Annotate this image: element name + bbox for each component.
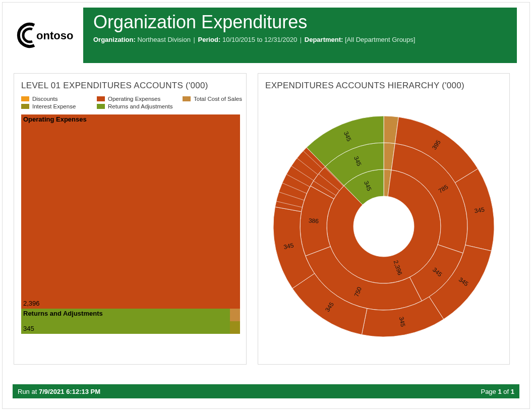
legend-item-ie: Interest Expense: [21, 103, 97, 109]
swatch-icon: [97, 96, 105, 101]
treemap-node-interest-expense[interactable]: [230, 321, 240, 334]
swatch-icon: [97, 104, 105, 109]
sunburst-label: 386: [308, 217, 319, 224]
meta-period-label: Period:: [198, 36, 221, 43]
meta-dept-label: Department:: [305, 36, 343, 43]
legend-item-ra: Returns and Adjustments: [97, 103, 183, 109]
panel-treemap: LEVEL 01 EXPENDITURES ACCOUNTS ('000) Di…: [14, 73, 247, 365]
treemap-node-value: 2,396: [23, 300, 40, 307]
footer-page-total: 1: [511, 388, 514, 395]
legend-label: Discounts: [32, 96, 58, 102]
legend-label: Returns and Adjustments: [108, 103, 173, 109]
title-block: Organization Expenditures Organization: …: [83, 8, 517, 63]
header-meta: Organization: Northeast Division | Perio…: [93, 36, 507, 43]
swatch-icon: [183, 96, 191, 101]
sunburst-chart[interactable]: 2,39634578534575038634539534534534534534…: [268, 105, 500, 347]
sunburst-wrap: 2,39634578534575038634539534534534534534…: [265, 96, 502, 357]
footer-page-cur: 1: [498, 388, 501, 395]
treemap-legend: Discounts Operating Expenses Total Cost …: [21, 96, 239, 109]
report-header: ontoso Organization Expenditures Organiz…: [3, 3, 529, 63]
meta-org-label: Organization:: [93, 36, 136, 43]
treemap-node-total-cost-sales[interactable]: [230, 309, 240, 321]
treemap-node-value: 345: [23, 325, 34, 332]
legend-item-tcs: Total Cost of Sales: [183, 96, 253, 102]
footer-page: Page 1 of 1: [481, 388, 514, 395]
panels-row: LEVEL 01 EXPENDITURES ACCOUNTS ('000) Di…: [3, 63, 529, 365]
meta-org-value: Northeast Division: [137, 36, 191, 43]
swatch-icon: [21, 104, 29, 109]
legend-label: Operating Expenses: [108, 96, 160, 102]
meta-sep: |: [194, 36, 197, 43]
treemap-node-operating-expenses[interactable]: Operating Expenses 2,396: [21, 114, 240, 309]
legend-label: Interest Expense: [32, 103, 76, 109]
brand-text: ontoso: [36, 29, 73, 42]
footer-run-ts: 7/9/2021 6:12:13 PM: [39, 388, 100, 395]
report-canvas: ontoso Organization Expenditures Organiz…: [2, 2, 530, 409]
panel-sunburst-title: EXPENDITURES ACCOUNTS HIERARCHY ('000): [265, 81, 502, 91]
panel-treemap-title: LEVEL 01 EXPENDITURES ACCOUNTS ('000): [21, 81, 239, 91]
panel-sunburst: EXPENDITURES ACCOUNTS HIERARCHY ('000) 2…: [258, 73, 510, 365]
footer-page-sep: of: [502, 388, 511, 395]
report-footer: Run at 7/9/2021 6:12:13 PM Page 1 of 1: [13, 384, 519, 398]
legend-label: Total Cost of Sales: [194, 96, 242, 102]
meta-sep: |: [300, 36, 304, 43]
treemap-node-label: Operating Expenses: [23, 115, 87, 123]
legend-item-discounts: Discounts: [21, 96, 97, 102]
brand-logo: ontoso: [13, 10, 83, 61]
swatch-icon: [21, 96, 29, 101]
treemap-node-returns-adjustments[interactable]: Returns and Adjustments 345: [21, 309, 230, 334]
page-title: Organization Expenditures: [93, 12, 507, 33]
legend-item-op: Operating Expenses: [97, 96, 183, 102]
footer-page-prefix: Page: [481, 388, 498, 395]
footer-run: Run at 7/9/2021 6:12:13 PM: [18, 388, 100, 395]
meta-dept-value: [All Department Groups]: [345, 36, 415, 43]
treemap-chart[interactable]: Operating Expenses 2,396 Returns and Adj…: [21, 114, 240, 334]
meta-period-value: 10/10/2015 to 12/31/2020: [222, 36, 297, 43]
footer-run-prefix: Run at: [18, 388, 39, 395]
contoso-logo-icon: ontoso: [15, 20, 81, 50]
treemap-node-label: Returns and Adjustments: [23, 310, 103, 317]
